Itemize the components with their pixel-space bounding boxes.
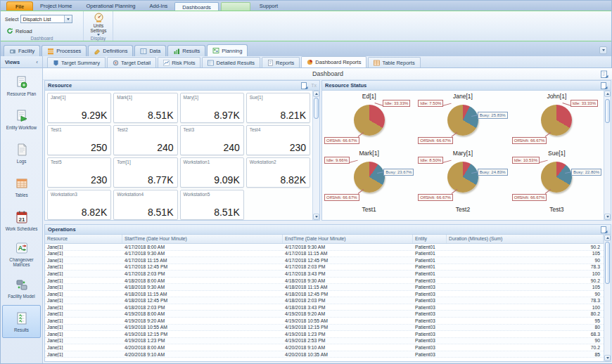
table-row[interactable]: Jane[1] 4/17/2018 9:30 AM 4/17/2018 11:1… <box>45 251 604 258</box>
chevron-down-icon[interactable] <box>64 15 72 22</box>
export-panel-icon[interactable] <box>301 82 308 89</box>
reload-button[interactable]: Reload <box>6 27 32 34</box>
scrollbar-thumb[interactable] <box>605 242 610 284</box>
table-row[interactable]: Jane[1] 4/17/2018 11:15 AM 4/17/2018 12:… <box>45 257 604 264</box>
scrollbar-thumb[interactable] <box>314 98 319 119</box>
table-row[interactable]: Jane[1] 4/19/2018 12:15 PM 4/19/2018 1:2… <box>45 331 604 338</box>
sidebar-item-results[interactable]: Results <box>2 305 41 338</box>
operations-panel-header: Operations <box>45 225 611 235</box>
scroll-down-icon[interactable] <box>313 214 319 220</box>
file-menu-button[interactable]: File <box>6 1 33 11</box>
scroll-up-icon[interactable] <box>604 235 611 241</box>
cell-resource: Jane[1] <box>45 305 122 310</box>
definitions-icon <box>94 48 101 55</box>
table-row[interactable]: Jane[1] 4/17/2018 2:03 PM 4/17/2018 3:43… <box>45 271 604 278</box>
tab-risk-plots[interactable]: Risk Plots <box>158 57 200 67</box>
sidebar-item-changeover-matrices[interactable]: A Changeover Matrices <box>2 238 41 271</box>
tab-data[interactable]: Data <box>134 45 166 56</box>
table-row[interactable]: Jane[1] 4/19/2018 1:23 PM 4/19/2018 2:53… <box>45 338 604 345</box>
tab-support[interactable]: Support <box>253 1 285 11</box>
idle-percentage-label: Idle: 8.50% <box>418 157 443 164</box>
collapse-views-button[interactable]: ‹ <box>36 59 38 65</box>
cell-duration: 100 <box>447 305 604 310</box>
tab-reports[interactable]: Reports <box>262 57 300 67</box>
cell-starttime: 4/17/2018 12:45 PM <box>122 264 283 269</box>
tab-facility[interactable]: Facility <box>4 45 40 56</box>
tab-definitions[interactable]: Definitions <box>88 45 133 56</box>
tab-detailed-results[interactable]: Detailed Results <box>202 57 260 67</box>
pie-chart-area: Ed[1] Idle: 33.33% OffShift: 66.67% Jane… <box>322 91 604 220</box>
cell-resource: Jane[1] <box>45 311 122 316</box>
offshift-percentage-label: OffShift: 66.67% <box>418 194 453 201</box>
tab-processes[interactable]: Processes <box>42 45 87 56</box>
column-header-resource[interactable]: Resource <box>45 235 122 243</box>
sidebar-item-entity-workflow[interactable]: Entity Workflow <box>2 103 41 136</box>
operations-table-body: Jane[1] 4/17/2018 8:00 AM 4/17/2018 9:30… <box>45 244 604 361</box>
cell-resource: Jane[1] <box>45 298 122 303</box>
table-row[interactable]: Jane[1] 4/18/2018 11:15 AM 4/18/2018 12:… <box>45 291 604 298</box>
table-row[interactable]: Jane[1] 4/17/2018 8:00 AM 4/17/2018 9:30… <box>45 244 604 251</box>
table-row[interactable]: Jane[1] 4/19/2018 8:00 AM 4/19/2018 9:20… <box>45 311 604 318</box>
sidebar-item-work-schedules[interactable]: 21 Work Schedules <box>2 204 41 237</box>
toolbar-options-button[interactable] <box>599 46 607 54</box>
offshift-percentage-label: OffShift: 66.67% <box>324 194 359 201</box>
tab-project-home[interactable]: Project Home <box>33 1 79 11</box>
tab-target-summary[interactable]: Target Summary <box>47 57 106 67</box>
table-row[interactable]: Jane[1] 4/18/2018 8:00 AM 4/18/2018 9:30… <box>45 278 604 285</box>
cell-entity: Patient03 <box>413 292 447 297</box>
risk-plots-icon <box>163 60 170 66</box>
table-row[interactable]: Jane[1] 4/18/2018 2:03 PM 4/18/2018 3:43… <box>45 304 604 311</box>
export-panel-icon[interactable] <box>601 82 608 89</box>
module-tab-bar: Facility Processes Definitions Data Resu… <box>1 41 611 56</box>
scroll-down-icon[interactable] <box>604 214 611 220</box>
table-row[interactable]: Jane[1] 4/20/2018 9:10 AM 4/20/2018 10:3… <box>45 351 604 358</box>
sidebar-item-logs[interactable]: Logs <box>2 136 41 169</box>
sidebar-item-tables[interactable]: Tables <box>2 170 41 203</box>
dashboard-select-dropdown[interactable]: Dispatch List <box>20 15 72 23</box>
column-header-entity[interactable]: Entity <box>413 235 447 243</box>
table-row[interactable]: Jane[1] 4/17/2018 12:45 PM 4/17/2018 2:0… <box>45 264 604 271</box>
resource-plan-icon <box>15 75 29 91</box>
column-header-starttime[interactable]: StartTime (Date Hour Minute) <box>122 235 283 243</box>
cell-duration: 80.2 <box>447 311 604 316</box>
export-dashboard-icon[interactable] <box>601 70 608 78</box>
resource-status-scrollbar[interactable] <box>604 91 611 220</box>
tab-operational-planning[interactable]: Operational Planning <box>79 1 142 11</box>
resource-status-pie-chart <box>354 105 385 136</box>
tab-planning[interactable]: Planning <box>207 44 248 56</box>
report-tab-bar: Views ‹ Target Summary Target Detail Ris… <box>1 56 611 68</box>
scroll-down-icon[interactable] <box>604 355 611 361</box>
kpi-card: Workstation4 8.51K <box>113 190 177 220</box>
group-caption-display: Display <box>84 36 113 41</box>
dashboard-select-value: Dispatch List <box>21 17 64 22</box>
table-row[interactable]: Jane[1] 4/19/2018 10:55 AM 4/19/2018 12:… <box>45 325 604 332</box>
scrollbar-thumb[interactable] <box>605 99 610 123</box>
table-row[interactable]: Jane[1] 4/18/2018 12:45 PM 4/18/2018 2:0… <box>45 297 604 304</box>
cell-entity: Patient03 <box>413 298 447 303</box>
table-row[interactable]: Jane[1] 4/20/2018 8:00 AM 4/20/2018 9:10… <box>45 344 604 351</box>
cell-entity: Patient01 <box>413 258 447 263</box>
operations-scrollbar[interactable] <box>604 235 611 361</box>
cell-starttime: 4/19/2018 9:20 AM <box>122 318 283 323</box>
cell-endtime: 4/19/2018 2:53 PM <box>283 338 413 343</box>
tab-add-ins[interactable]: Add-Ins <box>143 1 175 11</box>
clear-filter-icon[interactable]: Tx <box>311 83 317 88</box>
tab-table-reports[interactable]: Table Reports <box>368 57 420 67</box>
pie-chart-tile: John[1] Idle: 33.33% OffShift: 66.67% <box>510 91 604 148</box>
sidebar-item-facility-model[interactable]: Facility Model <box>2 271 41 304</box>
sidebar-item-resource-plan[interactable]: Resource Plan <box>2 69 41 102</box>
scroll-up-icon[interactable] <box>313 91 319 97</box>
column-header-endtime[interactable]: EndTime (Date Hour Minute) <box>283 235 413 243</box>
units-settings-button[interactable]: UnitsSettings <box>87 13 110 37</box>
table-row[interactable]: Jane[1] 4/19/2018 9:20 AM 4/19/2018 10:5… <box>45 318 604 325</box>
export-panel-icon[interactable] <box>601 226 608 233</box>
scroll-up-icon[interactable] <box>604 91 611 97</box>
resource-panel-scrollbar[interactable] <box>312 91 319 220</box>
tab-dashboard-reports[interactable]: Dashboard Reports <box>301 56 366 67</box>
kpi-card-title: Test3 <box>184 127 241 132</box>
tab-target-detail[interactable]: Target Detail <box>107 57 156 67</box>
cell-endtime: 4/18/2018 12:45 PM <box>283 292 413 297</box>
table-row[interactable]: Jane[1] 4/18/2018 9:30 AM 4/18/2018 11:1… <box>45 284 604 291</box>
tab-results[interactable]: Results <box>167 45 205 56</box>
column-header-duration[interactable]: Duration (Minutes) (Sum) <box>447 235 604 243</box>
